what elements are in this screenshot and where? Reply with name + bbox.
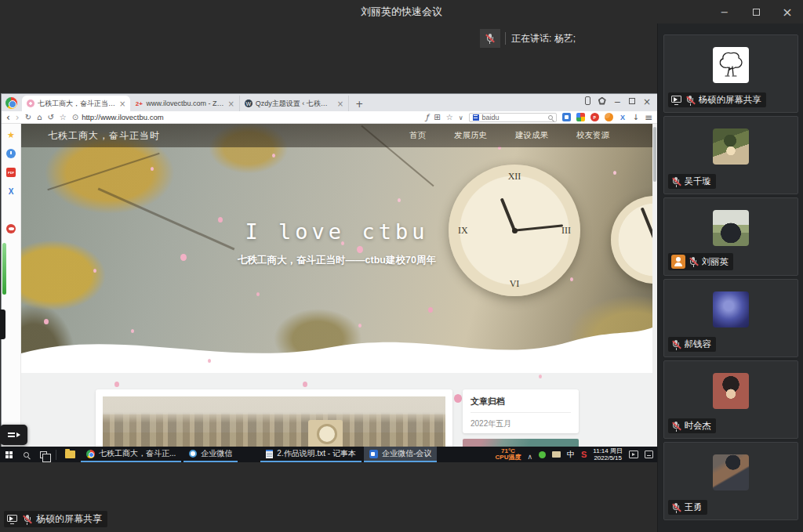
browser-tab-3[interactable]: Qzdy主题设置 ‹ 七秩工商大. ×	[240, 96, 349, 111]
mic-muted-icon[interactable]	[480, 29, 500, 48]
tab-close-icon[interactable]: ×	[337, 100, 343, 108]
reload-icon[interactable]	[25, 114, 31, 121]
media-tray-icon[interactable]	[629, 451, 638, 458]
qrcode-icon[interactable]	[434, 114, 440, 121]
participant-tile-screen-share[interactable]: 杨硕的屏幕共享	[663, 34, 798, 113]
maximize-button[interactable]	[740, 0, 772, 24]
tray-folder-icon[interactable]	[552, 451, 561, 458]
tray-expand-icon[interactable]	[527, 447, 532, 462]
download-icon[interactable]	[633, 114, 639, 121]
chevron-down-icon[interactable]	[459, 114, 463, 121]
home-icon[interactable]	[37, 114, 42, 121]
site-info-icon[interactable]	[72, 113, 78, 121]
avatar	[713, 47, 749, 83]
system-tray: 71°CCPU温度 中 S 11:14 周日2022/5/15	[496, 447, 657, 462]
flower-favicon	[27, 100, 35, 107]
participant-tile[interactable]: 时会杰	[663, 360, 798, 439]
extension-blue-icon[interactable]	[562, 113, 571, 121]
bookmark-star-icon[interactable]	[60, 114, 67, 121]
nav-alumni[interactable]: 校友资源	[576, 130, 609, 141]
participant-tile[interactable]: 郝钱容	[663, 279, 798, 357]
archive-month-link[interactable]: 2022年五月	[471, 413, 571, 429]
history-clock-icon[interactable]	[6, 149, 16, 158]
mic-muted-icon	[22, 514, 32, 525]
task-view-button[interactable]	[35, 447, 53, 462]
participant-tile[interactable]: 王勇	[663, 442, 798, 520]
scissors-capture-icon[interactable]	[619, 113, 627, 121]
minimize-button[interactable]	[709, 0, 740, 24]
back-icon[interactable]	[6, 113, 10, 122]
url-text: http://www.ilovectbu.com	[82, 113, 164, 121]
mic-muted-icon	[671, 421, 681, 432]
nav-history[interactable]: 发展历史	[454, 130, 487, 141]
flash-icon[interactable]	[426, 114, 429, 121]
phone-mode-icon[interactable]	[585, 96, 590, 105]
night-mode-icon[interactable]	[605, 113, 613, 121]
browser-minimize-icon[interactable]	[614, 93, 621, 108]
toolbar-expand-icon	[8, 432, 15, 436]
taskbar-app-browser[interactable]: 七秩工商大，奋斗正...	[81, 447, 181, 462]
history-icon[interactable]	[47, 114, 53, 121]
favorites-star-icon[interactable]	[6, 130, 16, 139]
meeting-title: 刘丽英的快速会议	[361, 5, 442, 19]
browser-logo-icon[interactable]	[5, 97, 17, 109]
browser-tab-1[interactable]: 七秩工商大，奋斗正当时_ ×	[22, 96, 130, 111]
site-brand[interactable]: 七秩工商大，奋斗正当时	[48, 129, 160, 143]
participants-sidebar: 杨硕的屏幕共享 吴千璇 刘丽英 郝钱容	[657, 24, 803, 532]
new-tab-button[interactable]: +	[352, 97, 366, 111]
extension-grid-icon[interactable]	[576, 113, 585, 121]
favorite-icon[interactable]	[446, 114, 453, 121]
avatar	[713, 128, 749, 165]
browser-maximize-icon[interactable]	[629, 98, 635, 104]
avatar	[713, 454, 749, 490]
close-button[interactable]	[772, 0, 803, 24]
participant-label: 王勇	[668, 500, 707, 515]
browser-search-box[interactable]: baidu	[469, 113, 557, 122]
taskbar-search-button[interactable]	[18, 447, 35, 462]
pdf-extension-icon[interactable]	[590, 113, 599, 121]
browser-tab-2[interactable]: www.ilovectbu.com - ZhiMap ×	[130, 96, 239, 111]
hero-subtitle: 七秩工商大，奋斗正当时——ctbu建校70周年	[21, 254, 652, 267]
ime-indicator[interactable]: 中	[567, 449, 575, 460]
side-panel-handle[interactable]	[0, 309, 5, 339]
baidu-icon	[473, 114, 479, 121]
pdf-tool-icon[interactable]	[6, 168, 16, 177]
taskbar-app-wxwork[interactable]: 企业微信	[183, 447, 238, 462]
avatar	[713, 373, 749, 409]
file-explorer-button[interactable]	[60, 447, 81, 462]
forward-icon[interactable]	[16, 113, 20, 122]
address-bar[interactable]: http://www.ilovectbu.com	[72, 113, 205, 121]
menu-icon[interactable]	[645, 113, 652, 122]
browser-close-icon[interactable]	[643, 93, 651, 108]
participant-tile[interactable]: 吴千璇	[663, 116, 798, 194]
participant-tile-host[interactable]: 刘丽英	[663, 197, 798, 276]
taskbar-app-meeting[interactable]: 企业微信-会议	[364, 447, 437, 462]
apps-grid-icon[interactable]	[6, 205, 16, 215]
browser-shield-icon[interactable]	[598, 97, 606, 105]
tray-green-icon[interactable]	[539, 451, 546, 458]
speaking-indicator: 正在讲话: 杨艺;	[480, 29, 576, 48]
search-text: baidu	[482, 114, 545, 121]
search-icon[interactable]	[548, 115, 553, 120]
nav-achievements[interactable]: 建设成果	[515, 130, 548, 141]
screen-share-stage: 正在讲话: 杨艺; 七秩工商大，奋斗正当时_ × www.ilovectbu.c…	[0, 24, 657, 532]
sogou-icon[interactable]: S	[581, 450, 587, 459]
tree-sketch-avatar	[713, 47, 749, 83]
action-center-icon[interactable]	[645, 451, 653, 458]
screenshot-tool-icon[interactable]	[6, 186, 16, 196]
tab-close-icon[interactable]: ×	[227, 100, 234, 108]
taskbar-clock[interactable]: 11:14 周日2022/5/15	[593, 447, 623, 461]
eye-protect-icon[interactable]	[6, 224, 16, 233]
wave-divider	[21, 318, 652, 373]
participant-label: 吴千璇	[668, 174, 717, 189]
side-scroll-indicator[interactable]	[2, 243, 6, 295]
site-header: 七秩工商大，奋斗正当时 首页 发展历史 建设成果 校友资源	[21, 124, 652, 147]
start-button[interactable]	[0, 447, 18, 462]
share-banner: 杨硕的屏幕共享	[4, 511, 107, 527]
chrome-icon	[86, 450, 95, 458]
meeting-toolbar-toggle[interactable]	[0, 425, 27, 445]
nav-home[interactable]: 首页	[409, 130, 426, 141]
avatar	[713, 210, 749, 246]
tab-close-icon[interactable]: ×	[119, 100, 125, 108]
taskbar-app-notepad[interactable]: 2.作品说明.txt - 记事本	[260, 447, 362, 462]
